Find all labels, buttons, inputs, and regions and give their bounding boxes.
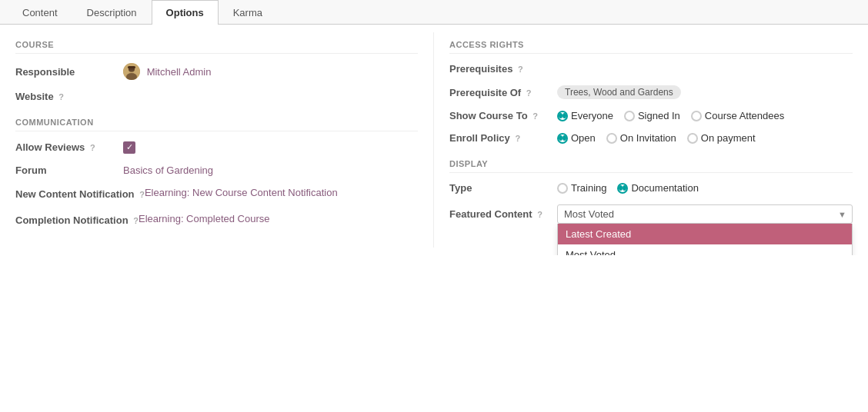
radio-signed-in-circle xyxy=(624,111,635,121)
new-content-notification-value: Elearning: New Course Content Notificati… xyxy=(145,187,418,198)
radio-training-label: Training xyxy=(571,182,606,194)
website-label: Website ? xyxy=(15,91,123,102)
show-course-to-attendees[interactable]: Course Attendees xyxy=(691,110,784,121)
show-course-to-help-icon: ? xyxy=(532,111,538,121)
avatar xyxy=(123,63,140,80)
responsible-row: Responsible Mitchell Admin xyxy=(15,63,418,80)
enroll-policy-help-icon: ? xyxy=(515,134,520,143)
show-course-to-signed-in[interactable]: Signed In xyxy=(624,110,680,121)
type-row: Type Training Documentation xyxy=(449,182,853,194)
featured-content-help-icon: ? xyxy=(537,210,542,219)
radio-documentation-label: Documentation xyxy=(631,182,698,194)
prerequisite-tag[interactable]: Trees, Wood and Gardens xyxy=(557,85,681,99)
left-panel: COURSE Responsible Mitchell Admin xyxy=(0,32,434,248)
featured-content-select[interactable]: Latest Created Most Voted Most Viewed Se… xyxy=(557,204,853,224)
allow-reviews-checkbox[interactable]: ✓ xyxy=(123,141,135,154)
display-section-title: DISPLAY xyxy=(449,159,853,173)
radio-invitation-circle xyxy=(606,133,617,144)
radio-training-circle xyxy=(557,183,568,194)
enroll-policy-open[interactable]: Open xyxy=(557,132,596,144)
new-content-notification-label: New Content Notification ? xyxy=(15,187,145,203)
new-content-notification-row: New Content Notification ? Elearning: Ne… xyxy=(15,187,418,203)
prerequisite-of-value: Trees, Wood and Gardens xyxy=(557,85,853,99)
allow-reviews-help-icon: ? xyxy=(90,143,95,152)
website-help-icon: ? xyxy=(58,92,64,101)
completion-notification-label: Completion Notification ? xyxy=(15,213,139,229)
radio-attendees-label: Course Attendees xyxy=(705,110,784,121)
prerequisites-label: Prerequisites ? xyxy=(449,63,557,75)
radio-payment-label: On payment xyxy=(701,132,756,144)
responsible-name[interactable]: Mitchell Admin xyxy=(147,66,212,78)
responsible-label: Responsible xyxy=(15,66,123,78)
svg-rect-4 xyxy=(128,66,135,68)
show-course-to-row: Show Course To ? Everyone Signed In Cour… xyxy=(449,110,853,121)
allow-reviews-value: ✓ xyxy=(123,141,418,154)
type-training[interactable]: Training xyxy=(557,182,606,194)
tab-karma[interactable]: Karma xyxy=(219,0,277,25)
type-label: Type xyxy=(449,182,557,194)
radio-documentation-circle xyxy=(617,183,628,194)
show-course-to-options: Everyone Signed In Course Attendees xyxy=(557,110,853,121)
prerequisites-help-icon: ? xyxy=(518,65,523,74)
featured-content-label: Featured Content ? xyxy=(449,204,557,220)
forum-label: Forum xyxy=(15,164,123,176)
featured-content-dropdown-wrapper: Latest Created Most Voted Most Viewed Se… xyxy=(557,204,853,224)
allow-reviews-label: Allow Reviews ? xyxy=(15,141,123,153)
right-panel: ACCESS RIGHTS Prerequisites ? Prerequisi… xyxy=(434,32,868,248)
website-row: Website ? xyxy=(15,91,418,102)
forum-row: Forum Basics of Gardening xyxy=(15,164,418,176)
forum-link[interactable]: Basics of Gardening xyxy=(123,164,213,176)
enroll-policy-row: Enroll Policy ? Open On Invitation On pa… xyxy=(449,132,853,144)
tab-options[interactable]: Options xyxy=(152,0,219,25)
responsible-value: Mitchell Admin xyxy=(123,63,418,80)
enroll-policy-options: Open On Invitation On payment xyxy=(557,132,853,144)
dropdown-item-most-voted[interactable]: Most Voted xyxy=(558,244,852,255)
prerequisites-row: Prerequisites ? xyxy=(449,63,853,75)
completion-notification-row: Completion Notification ? Elearning: Com… xyxy=(15,213,418,229)
forum-value: Basics of Gardening xyxy=(123,164,418,176)
dropdown-item-latest-created[interactable]: Latest Created xyxy=(558,224,852,244)
prerequisite-of-help-icon: ? xyxy=(526,88,532,98)
prerequisite-of-row: Prerequisite Of ? Trees, Wood and Garden… xyxy=(449,85,853,99)
featured-content-select-wrapper: Latest Created Most Voted Most Viewed Se… xyxy=(557,204,853,224)
enroll-policy-payment[interactable]: On payment xyxy=(687,132,756,144)
completion-help-icon: ? xyxy=(133,216,139,225)
featured-content-row: Featured Content ? Latest Created Most V… xyxy=(449,204,853,224)
completion-link[interactable]: Elearning: Completed Course xyxy=(139,213,270,224)
completion-notification-value: Elearning: Completed Course xyxy=(139,213,418,224)
show-course-to-everyone[interactable]: Everyone xyxy=(557,110,613,121)
prerequisite-of-label: Prerequisite Of ? xyxy=(449,87,557,98)
tab-description[interactable]: Description xyxy=(72,0,152,25)
radio-invitation-label: On Invitation xyxy=(620,132,676,144)
radio-payment-circle xyxy=(687,133,698,144)
show-course-to-label: Show Course To ? xyxy=(449,110,557,121)
allow-reviews-row: Allow Reviews ? ✓ xyxy=(15,141,418,154)
new-content-help-icon: ? xyxy=(139,190,145,199)
access-rights-section-title: ACCESS RIGHTS xyxy=(449,40,853,54)
radio-attendees-circle xyxy=(691,111,702,121)
enroll-policy-invitation[interactable]: On Invitation xyxy=(606,132,676,144)
enroll-policy-label: Enroll Policy ? xyxy=(449,132,557,144)
radio-open-label: Open xyxy=(571,132,596,144)
radio-everyone-label: Everyone xyxy=(571,110,613,121)
new-content-link[interactable]: Elearning: New Course Content Notificati… xyxy=(145,187,338,198)
course-section-title: COURSE xyxy=(15,40,418,54)
type-documentation[interactable]: Documentation xyxy=(617,182,698,194)
communication-section-title: COMMUNICATION xyxy=(15,118,418,131)
radio-open-circle xyxy=(557,133,568,144)
type-options: Training Documentation xyxy=(557,182,853,194)
tabs-bar: Content Description Options Karma xyxy=(0,0,868,25)
tab-content[interactable]: Content xyxy=(8,0,72,25)
radio-everyone-circle xyxy=(557,111,568,121)
featured-content-dropdown-menu: Latest Created Most Voted Most Viewed Se… xyxy=(557,224,853,255)
radio-signed-in-label: Signed In xyxy=(638,110,680,121)
